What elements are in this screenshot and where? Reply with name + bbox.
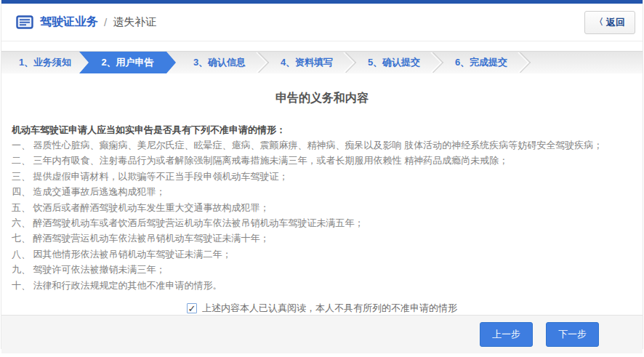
footer-action-bar: 上一步 下一步 [1, 315, 643, 353]
declaration-item: 七、 醉酒驾驶营运机动车依法被吊销机动车驾驶证未满十年； [12, 230, 632, 246]
back-button[interactable]: 〈 返回 [584, 11, 635, 34]
content-title: 申告的义务和内容 [12, 91, 632, 106]
declaration-item: 九、 驾驶许可依法被撤销未满三年； [12, 262, 632, 277]
next-step-button[interactable]: 下一步 [546, 322, 599, 347]
step-2-user-declaration[interactable]: 2、用户申告 [79, 52, 176, 73]
declaration-item: 五、 饮酒后或者醉酒驾驶机动车发生重大交通事故构成犯罪； [12, 200, 632, 215]
main-container: 驾驶证业务 / 遗失补证 〈 返回 1、业务须知 2、用户申告 3、确认信息 [1, 0, 643, 349]
license-card-icon [16, 15, 33, 29]
step-6-complete-submit[interactable]: 6、完成提交 [438, 52, 525, 73]
declaration-item: 六、 醉酒驾驶机动车或者饮酒后驾驶营运机动车依法被吊销机动车驾驶证未满五年； [12, 215, 632, 230]
declaration-item: 一、 器质性心脏病、癫痫病、美尼尔氏症、眩晕症、癔病、震颤麻痹、精神病、痴呆以及… [12, 137, 632, 153]
back-button-label: 返回 [606, 16, 625, 29]
step-label: 3、确认信息 [193, 56, 246, 69]
back-chevron-icon: 〈 [595, 16, 603, 28]
step-1-business-notice[interactable]: 1、业务须知 [1, 52, 89, 73]
declaration-item: 三、 提供虚假申请材料，以欺骗等不正当手段申领机动车驾驶证； [12, 169, 632, 184]
declaration-item: 二、 三年内有吸食、注射毒品行为或者解除强制隔离戒毒措施未满三年，或者长期服用依… [12, 153, 632, 168]
app-title: 驾驶证业务 [40, 15, 98, 30]
previous-step-button[interactable]: 上一步 [480, 322, 533, 347]
declaration-intro: 机动车驾驶证申请人应当如实申告是否具有下列不准申请的情形： [12, 122, 632, 137]
step-label: 6、完成提交 [455, 56, 507, 69]
declaration-content: 申告的义务和内容 机动车驾驶证申请人应当如实申告是否具有下列不准申请的情形： 一… [1, 73, 643, 315]
declaration-item: 十、 法律和行政法规规定的其他不准申请的情形。 [12, 278, 632, 293]
step-label: 1、业务须知 [19, 56, 71, 69]
agreement-checkbox[interactable]: ✓ [187, 303, 197, 313]
checkmark-icon: ✓ [188, 304, 196, 313]
header: 驾驶证业务 / 遗失补证 〈 返回 [1, 4, 643, 41]
step-4-fill-materials[interactable]: 4、资料填写 [263, 52, 350, 73]
breadcrumb-page-title: 遗失补证 [113, 15, 156, 29]
agreement-row: ✓ 上述内容本人已认真阅读，本人不具有所列的不准申请的情形 [12, 302, 632, 315]
step-label: 2、用户申告 [101, 56, 153, 69]
breadcrumb-separator: / [104, 16, 107, 28]
agreement-label[interactable]: 上述内容本人已认真阅读，本人不具有所列的不准申请的情形 [202, 302, 457, 315]
step-5-confirm-submit[interactable]: 5、确认提交 [350, 52, 438, 73]
step-3-confirm-info[interactable]: 3、确认信息 [176, 52, 263, 73]
steps-filler [525, 52, 643, 73]
step-label: 4、资料填写 [281, 56, 333, 69]
page: 驾驶证业务 / 遗失补证 〈 返回 1、业务须知 2、用户申告 3、确认信息 [0, 0, 644, 357]
header-steps-gap [1, 41, 643, 51]
declaration-item: 四、 造成交通事故后逃逸构成犯罪； [12, 184, 632, 199]
step-label: 5、确认提交 [368, 56, 420, 69]
step-progress-bar: 1、业务须知 2、用户申告 3、确认信息 4、资料填写 5、确认提交 6、完成提… [1, 51, 643, 73]
declaration-item: 八、 因其他情形依法被吊销机动车驾驶证未满二年； [12, 246, 632, 262]
